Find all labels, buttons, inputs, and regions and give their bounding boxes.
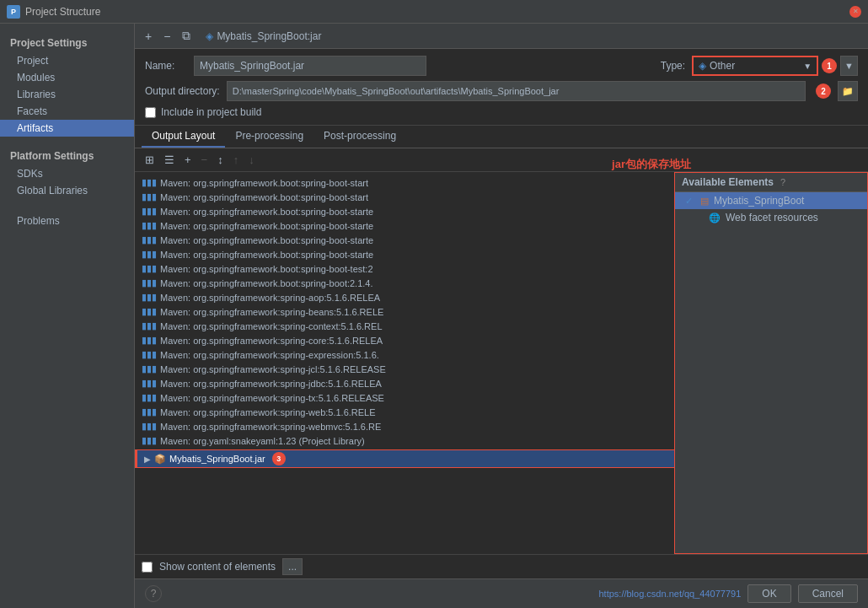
artifact-item-name: Mybatis_SpringBoot:jar xyxy=(217,30,321,42)
jar-icon: ▮▮▮ xyxy=(142,277,157,288)
show-content-label: Show content of elements xyxy=(159,561,276,573)
split-content: ▮▮▮ Maven: org.springframework.boot:spri… xyxy=(135,172,868,554)
badge-2: 2 xyxy=(816,83,831,99)
title-bar-title: Project Structure xyxy=(25,6,100,18)
list-item-text: Maven: org.springframework:spring-expres… xyxy=(160,350,379,360)
hint-text: jar包的保存地址 xyxy=(612,157,691,172)
close-button[interactable]: ✕ xyxy=(849,6,861,18)
sidebar: Project Settings Project Modules Librari… xyxy=(0,24,135,608)
badge-1: 1 xyxy=(822,58,837,73)
title-bar-controls: ✕ xyxy=(849,6,861,18)
sidebar-item-artifacts[interactable]: Artifacts xyxy=(0,120,134,137)
footer-help[interactable]: ? xyxy=(145,585,162,602)
jar-file-icon: 📦 xyxy=(154,454,166,465)
output-dir-row: Output directory: 2 📁 xyxy=(145,81,858,101)
sidebar-item-modules[interactable]: Modules xyxy=(0,69,134,86)
list-item-text: Maven: org.springframework:spring-webmvc… xyxy=(160,422,381,432)
platform-settings-label: Platform Settings xyxy=(0,147,134,165)
list-item-text: Maven: org.springframework.boot:spring-b… xyxy=(160,178,368,188)
cancel-button[interactable]: Cancel xyxy=(798,584,858,603)
tab-pre-processing[interactable]: Pre-processing xyxy=(225,126,313,148)
jar-icon: ▮▮▮ xyxy=(142,220,157,231)
remove-button[interactable]: − xyxy=(198,152,212,168)
artifact-item[interactable]: ◈ Mybatis_SpringBoot:jar xyxy=(199,29,328,44)
list-item-text: Maven: org.springframework.boot:spring-b… xyxy=(160,278,373,288)
type-value: Other xyxy=(710,60,735,72)
config-panel: Name: Type: ◈ Other ▼ 1 ▼ Output directo… xyxy=(135,49,868,126)
jar-icon: ▮▮▮ xyxy=(142,435,157,446)
content-area: + − ⧉ ◈ Mybatis_SpringBoot:jar Name: Typ… xyxy=(135,24,868,608)
tab-post-processing[interactable]: Post-processing xyxy=(313,126,406,148)
browse-output-dir-button[interactable]: 📁 xyxy=(838,81,858,101)
dots-button[interactable]: ... xyxy=(282,558,303,575)
module-icon: ▤ xyxy=(700,196,709,207)
jar-icon: ▮▮▮ xyxy=(142,249,157,260)
jar-icon: ▮▮▮ xyxy=(142,320,157,331)
web-icon: 🌐 xyxy=(709,213,721,223)
checkmark-icon: ✓ xyxy=(685,196,695,207)
sidebar-item-global-libraries[interactable]: Global Libraries xyxy=(0,182,134,199)
tabs-bar: Output Layout Pre-processing Post-proces… xyxy=(135,126,868,148)
app-icon: P xyxy=(7,5,20,19)
available-sub-item-label: Web facet resources xyxy=(726,212,818,223)
list-item-text: Maven: org.springframework.boot:spring-b… xyxy=(160,207,373,217)
footer-right: https://blog.csdn.net/qq_44077791 OK Can… xyxy=(598,584,858,603)
list-item-text: Maven: org.springframework.boot:spring-b… xyxy=(160,221,373,231)
jar-icon: ▮▮▮ xyxy=(142,263,157,274)
move-down-button[interactable]: ↓ xyxy=(245,152,258,168)
jar-icon: ▮▮▮ xyxy=(142,378,157,389)
include-label: Include in project build xyxy=(161,106,261,118)
type-label: Type: xyxy=(661,60,685,72)
list-button[interactable]: ☰ xyxy=(161,152,178,168)
remove-artifact-button[interactable]: − xyxy=(160,28,174,45)
sort-button[interactable]: ↕ xyxy=(214,152,227,168)
list-item-text: Maven: org.springframework.boot:spring-b… xyxy=(160,192,368,202)
selected-jar-text: Mybatis_SpringBoot.jar xyxy=(169,454,265,464)
show-content-checkbox[interactable] xyxy=(142,562,153,573)
content-toolbar: ⊞ ☰ + − ↕ ↑ ↓ xyxy=(135,148,868,172)
list-item-text: Maven: org.springframework.boot:spring-b… xyxy=(160,250,373,260)
list-item-text: Maven: org.yaml:snakeyaml:1.23 (Project … xyxy=(160,436,365,446)
type-dropdown[interactable]: ◈ Other ▼ xyxy=(692,56,818,76)
jar-icon: ▮▮▮ xyxy=(142,234,157,245)
layout-button[interactable]: ⊞ xyxy=(142,152,158,168)
jar-icon: ▮▮▮ xyxy=(142,177,157,188)
artifact-type-icon: ◈ xyxy=(206,30,213,42)
sidebar-item-libraries[interactable]: Libraries xyxy=(0,86,134,103)
sidebar-item-project[interactable]: Project xyxy=(0,52,134,69)
available-item-mybatis[interactable]: ✓ ▤ Mybatis_SpringBoot xyxy=(675,192,867,209)
tab-output-layout[interactable]: Output Layout xyxy=(142,126,225,148)
add-button[interactable]: + xyxy=(181,152,195,168)
copy-artifact-button[interactable]: ⧉ xyxy=(179,27,194,45)
title-bar: P Project Structure ✕ xyxy=(0,0,868,24)
move-up-button[interactable]: ↑ xyxy=(230,152,243,168)
list-item-text: Maven: org.springframework:spring-contex… xyxy=(160,321,383,331)
available-elements-help-icon[interactable]: ? xyxy=(780,177,785,187)
bottom-row: Show content of elements ... xyxy=(135,554,868,578)
name-label: Name: xyxy=(145,60,187,72)
dropdown-arrow-icon: ▼ xyxy=(803,62,812,71)
footer-link[interactable]: https://blog.csdn.net/qq_44077791 xyxy=(598,589,741,599)
jar-icon: ▮▮▮ xyxy=(142,292,157,303)
list-item-text: Maven: org.springframework:spring-jcl:5.… xyxy=(160,364,386,374)
jar-icon: ▮▮▮ xyxy=(142,306,157,317)
list-item-text: Maven: org.springframework:spring-core:5… xyxy=(160,336,383,346)
output-dir-input[interactable] xyxy=(227,81,806,101)
sidebar-item-facets[interactable]: Facets xyxy=(0,103,134,120)
sidebar-item-problems[interactable]: Problems xyxy=(0,213,134,229)
jar-icon: ▮▮▮ xyxy=(142,421,157,432)
type-diamond-icon: ◈ xyxy=(699,60,706,72)
add-artifact-button[interactable]: + xyxy=(142,28,155,45)
ok-button[interactable]: OK xyxy=(747,584,790,603)
expand-icon: ▶ xyxy=(144,455,151,464)
include-checkbox[interactable] xyxy=(145,107,156,118)
available-item-web-facet[interactable]: ✓ 🌐 Web facet resources xyxy=(675,209,867,226)
jar-icon: ▮▮▮ xyxy=(142,206,157,217)
name-input[interactable] xyxy=(194,56,426,76)
jar-icon: ▮▮▮ xyxy=(142,335,157,346)
sidebar-item-sdks[interactable]: SDKs xyxy=(0,165,134,182)
list-item-text: Maven: org.springframework:spring-jdbc:5… xyxy=(160,379,382,389)
list-item-text: Maven: org.springframework:spring-web:5.… xyxy=(160,407,376,417)
type-more-button[interactable]: ▼ xyxy=(840,56,858,76)
jar-icon: ▮▮▮ xyxy=(142,363,157,374)
